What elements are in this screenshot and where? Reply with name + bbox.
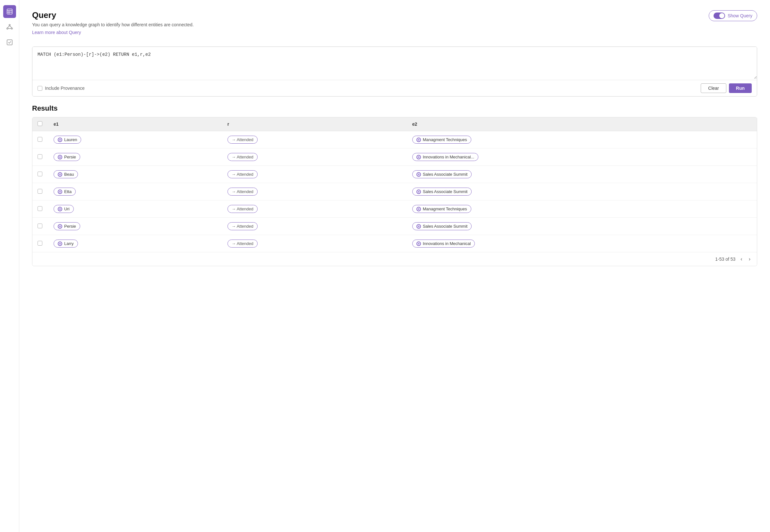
- sidebar-item-graph[interactable]: [3, 21, 16, 33]
- row-checkbox-cell: [32, 148, 48, 166]
- button-group: Clear Run: [701, 83, 752, 93]
- chip-e2-2: Sales Associate Summit: [412, 170, 472, 178]
- query-textarea[interactable]: MATCH (e1:Person)-[r]->(e2) RETURN e1,r,…: [32, 47, 757, 79]
- row-r-cell: → Attended: [222, 235, 407, 252]
- chip-r-6: → Attended: [227, 240, 258, 248]
- chip-dot-icon: [58, 155, 62, 159]
- row-e1-cell: Larry: [48, 235, 222, 252]
- chip-e1-label: Persie: [64, 224, 76, 229]
- run-button[interactable]: Run: [729, 83, 752, 93]
- header-e2: e2: [407, 117, 757, 131]
- chip-e2-label: Managment Techniques: [423, 207, 467, 211]
- sidebar: [0, 0, 19, 532]
- chip-e1-3: Etta: [54, 188, 76, 196]
- provenance-label[interactable]: Include Provenance: [38, 86, 85, 91]
- chip-e2-label: Sales Associate Summit: [423, 189, 468, 194]
- chip-r-label: → Attended: [232, 224, 253, 229]
- row-checkbox-cell: [32, 183, 48, 200]
- table-row: Persie → Attended Innovations in Mechani…: [32, 148, 757, 166]
- provenance-checkbox[interactable]: [38, 86, 42, 91]
- pagination-next-button[interactable]: ›: [748, 256, 752, 263]
- row-checkbox-cell: [32, 166, 48, 183]
- chip-dot-icon: [58, 172, 62, 177]
- results-title: Results: [32, 104, 757, 113]
- row-r-cell: → Attended: [222, 218, 407, 235]
- page-title: Query: [32, 10, 194, 20]
- svg-point-5: [7, 28, 8, 29]
- chip-dot-icon: [58, 241, 62, 246]
- chip-r-1: → Attended: [227, 153, 258, 161]
- chip-e2-1: Innovations in Mechanical...: [412, 153, 478, 161]
- row-checkbox-3[interactable]: [38, 189, 42, 194]
- chip-e2-5: Sales Associate Summit: [412, 222, 472, 230]
- chip-e2-6: Innovations in Mechanical: [412, 240, 475, 248]
- chip-dot-icon: [58, 190, 62, 194]
- row-checkbox-cell: [32, 235, 48, 252]
- row-checkbox-4[interactable]: [38, 206, 42, 211]
- row-e1-cell: Persie: [48, 148, 222, 166]
- table-row: Lauren → Attended Managment Techniques: [32, 131, 757, 148]
- row-checkbox-5[interactable]: [38, 224, 42, 228]
- results-table: e1 r e2 Lauren → Attended: [32, 117, 757, 252]
- main-content: Query You can query a knowledge graph to…: [19, 0, 770, 532]
- chip-r-0: → Attended: [227, 136, 258, 144]
- header-row: Query You can query a knowledge graph to…: [32, 10, 757, 41]
- show-query-toggle[interactable]: Show Query: [709, 10, 757, 21]
- header-checkbox[interactable]: [38, 121, 42, 126]
- row-checkbox-2[interactable]: [38, 172, 42, 176]
- chip-e2-label: Innovations in Mechanical...: [423, 155, 474, 159]
- sidebar-item-edit[interactable]: [3, 36, 16, 49]
- svg-line-7: [7, 26, 10, 28]
- pagination-info: 1-53 of 53: [715, 257, 735, 262]
- chip-r-5: → Attended: [227, 222, 258, 230]
- header-e1: e1: [48, 117, 222, 131]
- row-checkbox-1[interactable]: [38, 154, 42, 159]
- row-r-cell: → Attended: [222, 183, 407, 200]
- chip-e1-label: Lauren: [64, 137, 77, 142]
- row-e2-cell: Sales Associate Summit: [407, 183, 757, 200]
- header-r: r: [222, 117, 407, 131]
- table-row: Beau → Attended Sales Associate Summit: [32, 166, 757, 183]
- row-checkbox-cell: [32, 131, 48, 148]
- clear-button[interactable]: Clear: [701, 83, 726, 93]
- chip-dot-icon: [417, 241, 421, 246]
- table-footer: 1-53 of 53 ‹ ›: [32, 252, 757, 266]
- chip-e2-label: Sales Associate Summit: [423, 224, 468, 229]
- chip-dot-icon: [417, 190, 421, 194]
- row-checkbox-6[interactable]: [38, 241, 42, 246]
- sidebar-item-table[interactable]: [3, 5, 16, 18]
- results-tbody: Lauren → Attended Managment Techniques: [32, 131, 757, 252]
- table-row: Larry → Attended Innovations in Mechanic…: [32, 235, 757, 252]
- row-checkbox-0[interactable]: [38, 137, 42, 142]
- chip-dot-icon: [417, 224, 421, 229]
- pagination-prev-button[interactable]: ‹: [739, 256, 743, 263]
- chip-e1-label: Etta: [64, 189, 72, 194]
- page-subtitle: You can query a knowledge graph to ident…: [32, 22, 194, 27]
- row-e2-cell: Innovations in Mechanical...: [407, 148, 757, 166]
- row-checkbox-cell: [32, 218, 48, 235]
- learn-more-link[interactable]: Learn more about Query: [32, 30, 81, 35]
- svg-point-6: [11, 28, 13, 29]
- chip-e1-6: Larry: [54, 240, 78, 248]
- chip-dot-icon: [417, 207, 421, 211]
- header-checkbox-col: [32, 117, 48, 131]
- row-e1-cell: Etta: [48, 183, 222, 200]
- chip-r-4: → Attended: [227, 205, 258, 213]
- table-header: e1 r e2: [32, 117, 757, 131]
- chip-dot-icon: [417, 138, 421, 142]
- table-row: Persie → Attended Sales Associate Summit: [32, 218, 757, 235]
- row-e1-cell: Persie: [48, 218, 222, 235]
- chip-e2-label: Innovations in Mechanical: [423, 241, 471, 246]
- row-e1-cell: Beau: [48, 166, 222, 183]
- row-e2-cell: Managment Techniques: [407, 200, 757, 218]
- chip-dot-icon: [417, 172, 421, 177]
- row-e1-cell: Lauren: [48, 131, 222, 148]
- query-box: MATCH (e1:Person)-[r]->(e2) RETURN e1,r,…: [32, 46, 757, 97]
- svg-point-4: [9, 24, 10, 26]
- chip-r-2: → Attended: [227, 170, 258, 178]
- chip-r-label: → Attended: [232, 172, 253, 177]
- table-row: Uri → Attended Managment Techniques: [32, 200, 757, 218]
- chip-e1-4: Uri: [54, 205, 74, 213]
- chip-e2-label: Sales Associate Summit: [423, 172, 468, 177]
- chip-r-3: → Attended: [227, 188, 258, 196]
